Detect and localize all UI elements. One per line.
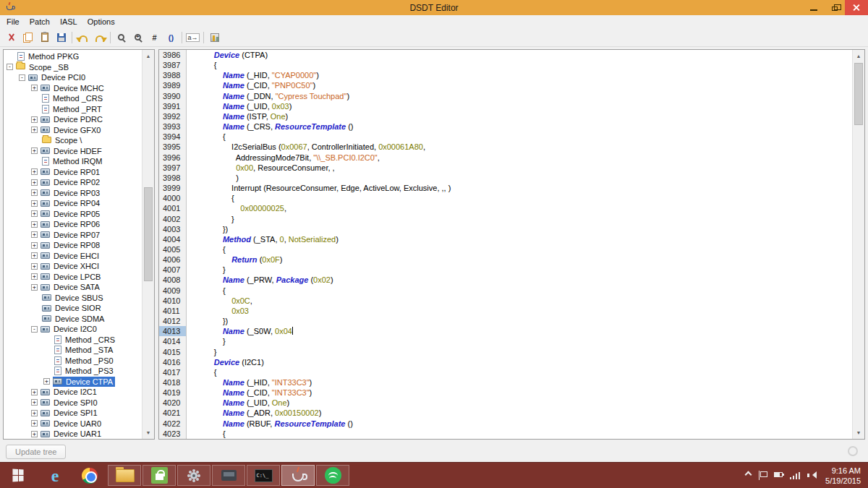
editor-scrollbar[interactable]: ▲ ▼	[852, 50, 864, 439]
windows-store-taskbar-button[interactable]	[142, 465, 176, 486]
code-text[interactable]: Return (0x0F)	[187, 254, 282, 265]
tree-item-device-rp04[interactable]: +Device RP04	[4, 198, 142, 209]
code-text[interactable]: 0x03	[187, 306, 249, 316]
tree-item-method-crs[interactable]: Method _CRS	[4, 335, 142, 346]
tree-item-method-sta[interactable]: Method _STA	[4, 345, 142, 356]
code-text[interactable]: 0x00000025,	[187, 203, 286, 213]
spotify-taskbar-button[interactable]	[316, 465, 349, 486]
tree-item-device-rp01[interactable]: +Device RP01	[4, 167, 142, 178]
code-text[interactable]: Name (_CRS, ResourceTemplate ()	[187, 121, 353, 132]
tree-item-device-xhci[interactable]: +Device XHCI	[4, 261, 142, 272]
menu-patch[interactable]: Patch	[25, 16, 55, 27]
code-text[interactable]: )	[187, 173, 239, 183]
code-text[interactable]: Name (_CID, "INT33C3")	[187, 388, 312, 398]
code-text[interactable]: AddressingMode7Bit, "\\_SB.PCI0.I2C0",	[187, 153, 380, 163]
tree-item-method-ps0[interactable]: Method _PS0	[4, 356, 142, 367]
code-text[interactable]: }	[187, 265, 226, 275]
expand-toggle-icon[interactable]: +	[31, 284, 38, 291]
code-text[interactable]: Interrupt (ResourceConsumer, Edge, Activ…	[187, 183, 451, 193]
menu-iasl[interactable]: IASL	[55, 16, 82, 27]
internet-explorer-taskbar-button[interactable]: e	[38, 465, 72, 486]
save-icon[interactable]	[53, 30, 69, 45]
tree-item-device-sata[interactable]: +Device SATA	[4, 282, 142, 293]
command-prompt-taskbar-button[interactable]: C:\_	[247, 465, 280, 486]
expand-toggle-icon[interactable]: +	[31, 189, 38, 196]
tree-item-method-ps3[interactable]: Method _PS3	[4, 366, 142, 377]
tree-item-device-rp03[interactable]: +Device RP03	[4, 188, 142, 199]
expand-toggle-icon[interactable]: +	[31, 273, 38, 280]
restore-button[interactable]	[824, 0, 845, 15]
tree-item-device-ctpa[interactable]: +Device CTPA	[4, 377, 142, 388]
tree-item-method-ppkg[interactable]: Method PPKG	[4, 51, 142, 62]
expand-toggle-icon[interactable]: +	[43, 378, 50, 385]
scroll-thumb[interactable]	[144, 187, 153, 281]
tree-item-device-spi1[interactable]: +Device SPI1	[4, 408, 142, 419]
code-text[interactable]: Name (_HID, "CYAP0000")	[187, 70, 319, 80]
collapse-toggle-icon[interactable]: -	[7, 64, 13, 70]
tree-item-device-uar1[interactable]: +Device UAR1	[4, 429, 142, 439]
expand-toggle-icon[interactable]: +	[31, 221, 38, 228]
compile-icon[interactable]	[206, 30, 223, 45]
expand-toggle-icon[interactable]: +	[31, 389, 38, 395]
code-text[interactable]: Name (_CID, "PNP0C50")	[187, 80, 315, 90]
tree-scrollbar[interactable]: ▲ ▼	[142, 50, 154, 439]
code-text[interactable]: {	[187, 367, 216, 377]
chrome-taskbar-button[interactable]	[73, 465, 106, 486]
tree-item-device-pci0[interactable]: -Device PCI0	[4, 72, 142, 83]
redo-icon[interactable]	[91, 30, 108, 45]
editor-panel[interactable]: 3986 Device (CTPA)3987 {3988 Name (_HID,…	[158, 49, 865, 440]
code-text[interactable]: {	[187, 244, 226, 254]
code-text[interactable]: Name (_UID, One)	[187, 398, 289, 408]
menu-options[interactable]: Options	[82, 16, 120, 27]
close-button[interactable]	[845, 0, 868, 15]
find-next-icon[interactable]	[129, 30, 146, 45]
menu-file[interactable]: File	[1, 16, 25, 27]
update-tree-button[interactable]: Update tree	[6, 445, 66, 459]
tree-item-device-sbus[interactable]: Device SBUS	[4, 293, 142, 304]
expand-toggle-icon[interactable]: +	[31, 147, 38, 154]
scroll-down-button[interactable]: ▼	[853, 427, 864, 439]
code-text[interactable]: {	[187, 429, 226, 439]
expand-toggle-icon[interactable]: +	[31, 168, 38, 175]
tree-item-device-spi0[interactable]: +Device SPI0	[4, 398, 142, 408]
tree-item-device-rp02[interactable]: +Device RP02	[4, 177, 142, 188]
code-text[interactable]: {	[187, 286, 226, 296]
scroll-up-button[interactable]: ▲	[142, 50, 154, 62]
scroll-down-button[interactable]: ▼	[142, 427, 154, 439]
expand-toggle-icon[interactable]: +	[31, 252, 38, 259]
settings-taskbar-button[interactable]	[177, 465, 210, 486]
collapse-toggle-icon[interactable]: -	[31, 326, 38, 333]
tree-item-method-irqm[interactable]: Method IRQM	[4, 156, 142, 167]
code-text[interactable]: {	[187, 193, 234, 203]
tree-item-method-crs[interactable]: Method _CRS	[4, 93, 142, 104]
copy-icon[interactable]	[20, 30, 36, 45]
tree-item-device-uar0[interactable]: +Device UAR0	[4, 419, 142, 429]
scroll-up-button[interactable]: ▲	[853, 50, 864, 62]
action-center-icon[interactable]	[758, 471, 767, 480]
expand-toggle-icon[interactable]: +	[31, 431, 38, 437]
code-text[interactable]: Name (_PRW, Package (0x02)	[187, 275, 333, 285]
expand-toggle-icon[interactable]: +	[31, 127, 38, 133]
expand-toggle-icon[interactable]: +	[31, 410, 38, 416]
expand-toggle-icon[interactable]: +	[31, 85, 38, 91]
undo-icon[interactable]	[75, 30, 91, 45]
tree-item-device-i2c1[interactable]: +Device I2C1	[4, 387, 142, 398]
find-icon[interactable]	[113, 30, 129, 45]
java-dsdt-editor-taskbar-button[interactable]	[281, 465, 315, 486]
start-button[interactable]	[0, 463, 36, 488]
expand-toggle-icon[interactable]: +	[31, 263, 38, 270]
collapse-toggle-icon[interactable]: -	[19, 74, 25, 81]
paste-icon[interactable]	[36, 30, 53, 45]
expand-toggle-icon[interactable]: +	[31, 231, 38, 238]
rename-icon[interactable]: a→	[184, 30, 201, 45]
parens-icon[interactable]: ()	[163, 30, 179, 45]
code-text[interactable]: Name (_UID, 0x03)	[187, 101, 292, 111]
expand-toggle-icon[interactable]: +	[31, 242, 38, 249]
tree-item-device-hdef[interactable]: +Device HDEF	[4, 146, 142, 157]
expand-toggle-icon[interactable]: +	[31, 200, 38, 207]
tree-item-device-sior[interactable]: Device SIOR	[4, 303, 142, 314]
tree-item-scope[interactable]: Scope \	[4, 135, 142, 146]
code-text[interactable]: Method (_STA, 0, NotSerialized)	[187, 234, 339, 244]
expand-toggle-icon[interactable]: +	[31, 210, 38, 217]
network-icon[interactable]	[790, 472, 801, 479]
